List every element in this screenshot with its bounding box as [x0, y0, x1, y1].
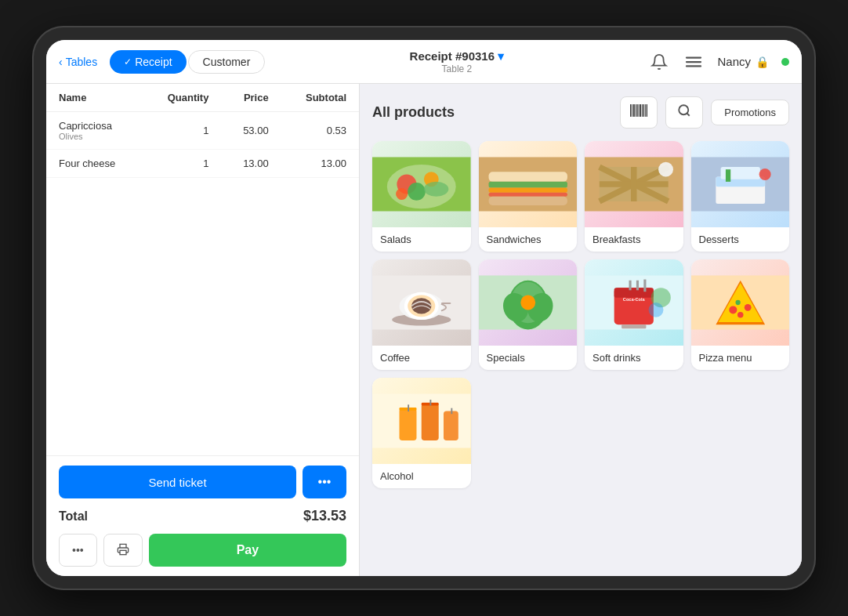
print-button[interactable]: [103, 534, 143, 567]
product-card-desserts[interactable]: Desserts: [691, 141, 790, 252]
item-subtotal: 13.00: [281, 150, 359, 178]
svg-rect-12: [643, 104, 644, 117]
svg-point-72: [735, 300, 740, 305]
back-button[interactable]: ‹ Tables: [59, 56, 97, 68]
more-options-button[interactable]: •••: [303, 466, 346, 498]
product-label-pizza: Pizza menu: [691, 346, 790, 370]
total-row: Total $13.53: [59, 508, 346, 524]
barcode-button[interactable]: [620, 96, 658, 129]
product-card-alcohol[interactable]: Alcohol: [372, 378, 471, 488]
product-image-coffee: [372, 259, 471, 346]
item-quantity: 1: [143, 112, 221, 150]
tablet-frame: ‹ Tables ✓ Receipt Customer Receipt #903…: [32, 26, 816, 590]
product-image-desserts: [691, 141, 790, 227]
tab-customer[interactable]: Customer: [188, 50, 266, 74]
header-center: Receipt #90316 ▾ Table 2: [271, 49, 642, 74]
product-image-alcohol: [372, 378, 471, 464]
svg-rect-81: [451, 408, 452, 415]
svg-point-41: [759, 168, 770, 180]
dropdown-chevron-icon[interactable]: ▾: [498, 49, 504, 63]
tab-customer-label: Customer: [203, 56, 251, 68]
item-quantity: 1: [143, 150, 221, 178]
product-card-specials[interactable]: Specials: [479, 259, 578, 370]
svg-rect-60: [629, 281, 631, 291]
lock-icon: 🔒: [756, 56, 769, 68]
notification-button[interactable]: [648, 51, 670, 73]
col-subtotal: Subtotal: [281, 84, 359, 112]
svg-rect-80: [429, 400, 431, 406]
product-card-pizza[interactable]: Pizza menu: [691, 259, 790, 370]
product-card-softdrinks[interactable]: Coca-Cola Soft drinks: [585, 259, 683, 370]
svg-rect-79: [408, 404, 409, 411]
product-image-breakfasts: [585, 141, 683, 227]
send-ticket-row: Send ticket •••: [59, 466, 346, 498]
left-footer: Send ticket ••• Total $13.53 •••: [46, 455, 359, 576]
user-name: Nancy: [717, 55, 751, 68]
total-amount: $13.53: [303, 508, 346, 524]
item-price: 13.00: [221, 150, 281, 178]
status-indicator: [781, 58, 789, 66]
svg-rect-76: [444, 411, 458, 440]
menu-button[interactable]: [683, 51, 705, 73]
receipt-title: Receipt #90316 ▾: [271, 49, 642, 63]
user-info: Nancy 🔒: [717, 55, 769, 68]
svg-rect-42: [725, 169, 730, 182]
tab-receipt[interactable]: ✓ Receipt: [110, 50, 186, 74]
item-price: 53.00: [221, 112, 281, 150]
product-label-breakfasts: Breakfasts: [585, 227, 683, 252]
svg-rect-13: [645, 104, 646, 117]
svg-rect-4: [630, 104, 631, 117]
svg-rect-9: [639, 104, 640, 117]
tablet-screen: ‹ Tables ✓ Receipt Customer Receipt #903…: [46, 40, 802, 576]
header-bar: ‹ Tables ✓ Receipt Customer Receipt #903…: [46, 40, 802, 84]
product-label-sandwiches: Sandwiches: [479, 227, 578, 252]
tab-bar: ✓ Receipt Customer: [110, 50, 265, 74]
product-image-specials: [479, 259, 578, 346]
product-label-desserts: Desserts: [691, 227, 790, 252]
product-label-softdrinks: Soft drinks: [585, 346, 683, 370]
svg-rect-63: [622, 324, 646, 328]
svg-rect-6: [633, 104, 635, 117]
total-label: Total: [59, 509, 88, 524]
svg-rect-7: [636, 104, 636, 117]
product-image-pizza: [691, 259, 790, 346]
product-card-salads[interactable]: Salads: [372, 141, 471, 252]
send-ticket-button[interactable]: Send ticket: [59, 466, 296, 498]
svg-line-16: [687, 113, 690, 115]
svg-point-22: [424, 182, 448, 197]
product-image-salads: [372, 141, 471, 227]
svg-rect-26: [488, 182, 567, 188]
svg-point-21: [408, 183, 426, 201]
search-button[interactable]: [665, 96, 703, 129]
action-row: ••• Pay: [59, 534, 346, 567]
pay-button[interactable]: Pay: [149, 534, 346, 567]
tab-receipt-label: Receipt: [135, 56, 172, 68]
ellipsis-button[interactable]: •••: [59, 534, 97, 567]
back-chevron-icon: ‹: [59, 56, 63, 68]
product-card-sandwiches[interactable]: Sandwiches: [479, 141, 578, 252]
item-name: Capricciosa: [59, 120, 130, 132]
col-quantity: Quantity: [143, 84, 221, 112]
product-image-softdrinks: Coca-Cola: [585, 259, 683, 346]
svg-point-70: [744, 304, 751, 311]
product-card-breakfasts[interactable]: Breakfasts: [585, 141, 683, 252]
products-header: All products: [372, 96, 789, 129]
svg-point-69: [729, 306, 737, 313]
item-name: Four cheese: [59, 158, 130, 169]
table-row[interactable]: Capricciosa Olives 1 53.00 0.53: [46, 112, 359, 150]
back-label: Tables: [66, 56, 97, 68]
item-sub: Olives: [59, 132, 130, 141]
right-panel: All products: [360, 84, 802, 576]
svg-rect-25: [488, 172, 567, 182]
header-right: Nancy 🔒: [648, 51, 789, 73]
product-card-coffee[interactable]: Coffee: [372, 259, 471, 370]
promotions-button[interactable]: Promotions: [711, 100, 789, 125]
svg-rect-8: [637, 104, 638, 117]
svg-point-65: [649, 303, 664, 317]
svg-rect-61: [636, 281, 639, 291]
svg-rect-5: [632, 104, 632, 117]
svg-rect-29: [488, 197, 567, 205]
table-row[interactable]: Four cheese 1 13.00 13.00: [46, 150, 359, 178]
svg-point-71: [737, 312, 743, 318]
left-panel: Name Quantity Price Subtotal Capricciosa…: [46, 84, 360, 576]
